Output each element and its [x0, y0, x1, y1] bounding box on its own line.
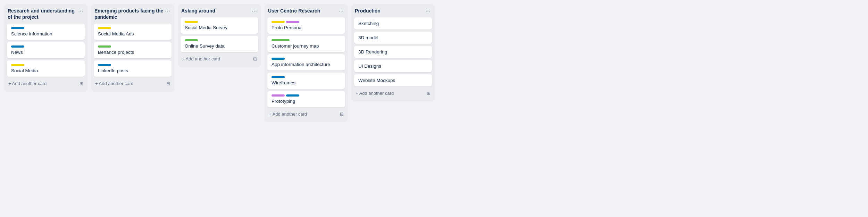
- card-tags-c8: [185, 39, 254, 41]
- column-menu-col4[interactable]: ···: [338, 8, 344, 14]
- card-c17[interactable]: UI Designs: [354, 60, 432, 72]
- card-c3[interactable]: Social Media: [7, 60, 85, 77]
- card-text-c16: 3D Rendering: [358, 49, 428, 55]
- card-c1[interactable]: Science information: [7, 24, 85, 40]
- add-card-btn-col3[interactable]: + Add another card⊞: [181, 54, 258, 64]
- card-text-c8: Online Survey data: [185, 43, 254, 49]
- card-c2[interactable]: News: [7, 42, 85, 58]
- card-text-c9: Proto Persona: [272, 25, 341, 30]
- tag-c12-0: [272, 76, 285, 78]
- card-c16[interactable]: 3D Rendering: [354, 46, 432, 58]
- column-title-col4: User Centric Research: [268, 8, 338, 14]
- card-c6[interactable]: LinkedIn posts: [94, 60, 172, 77]
- column-menu-col5[interactable]: ···: [425, 8, 431, 14]
- card-text-c13: Prototyping: [272, 99, 341, 104]
- tag-c8-0: [185, 39, 198, 41]
- column-col2: Emerging products facing the pandemic···…: [91, 4, 174, 92]
- add-card-left-col3: + Add another card: [182, 56, 220, 61]
- card-text-c11: App information architecture: [272, 62, 341, 67]
- column-menu-col3[interactable]: ···: [251, 8, 258, 14]
- column-header-col3: Asking around···: [181, 8, 258, 14]
- add-card-btn-col1[interactable]: + Add another card⊞: [7, 79, 85, 88]
- add-card-label-col1: + Add another card: [8, 81, 47, 86]
- tag-c6-0: [98, 64, 111, 66]
- card-c15[interactable]: 3D model: [354, 32, 432, 44]
- tag-c2-0: [11, 45, 24, 48]
- column-header-col2: Emerging products facing the pandemic···: [94, 8, 172, 20]
- card-text-c3: Social Media: [11, 68, 81, 73]
- template-icon-col2[interactable]: ⊞: [166, 81, 170, 86]
- card-c13[interactable]: Prototyping: [267, 91, 345, 107]
- tag-c13-0: [272, 94, 285, 97]
- card-tags-c2: [11, 45, 81, 48]
- tag-c9-0: [272, 21, 285, 23]
- card-tags-c12: [272, 76, 341, 78]
- kanban-board: Research and understanding of the projec…: [4, 4, 864, 122]
- card-text-c17: UI Designs: [358, 64, 428, 69]
- card-c12[interactable]: Wireframes: [267, 73, 345, 89]
- card-text-c2: News: [11, 50, 81, 55]
- card-text-c6: LinkedIn posts: [98, 68, 167, 73]
- tag-c3-0: [11, 64, 24, 66]
- card-text-c18: Website Mockups: [358, 78, 428, 83]
- column-header-col4: User Centric Research···: [267, 8, 345, 14]
- add-card-btn-col2[interactable]: + Add another card⊞: [94, 79, 172, 88]
- template-icon-col3[interactable]: ⊞: [253, 56, 257, 61]
- card-text-c1: Science information: [11, 31, 81, 36]
- card-c11[interactable]: App information architecture: [267, 54, 345, 70]
- tag-c7-0: [185, 21, 198, 23]
- tag-c4-0: [98, 27, 111, 29]
- card-c5[interactable]: Behance projects: [94, 42, 172, 58]
- card-c18[interactable]: Website Mockups: [354, 74, 432, 86]
- column-col4: User Centric Research···Proto PersonaCus…: [265, 4, 348, 122]
- add-card-btn-col4[interactable]: + Add another card⊞: [267, 109, 345, 119]
- card-tags-c4: [98, 27, 167, 29]
- add-card-label-col4: + Add another card: [269, 111, 307, 117]
- card-text-c14: Sketching: [358, 21, 428, 26]
- add-card-left-col5: + Add another card: [356, 91, 394, 96]
- card-tags-c13: [272, 94, 341, 97]
- card-tags-c3: [11, 64, 81, 66]
- card-c4[interactable]: Social Media Ads: [94, 24, 172, 40]
- card-tags-c6: [98, 64, 167, 66]
- column-menu-col2[interactable]: ···: [164, 8, 171, 14]
- add-card-label-col2: + Add another card: [95, 81, 133, 86]
- card-c10[interactable]: Customer journey map: [267, 36, 345, 52]
- column-header-col1: Research and understanding of the projec…: [7, 8, 85, 20]
- card-c14[interactable]: Sketching: [354, 17, 432, 30]
- add-card-label-col3: + Add another card: [182, 56, 220, 61]
- card-text-c7: Social Media Survey: [185, 25, 254, 30]
- card-c7[interactable]: Social Media Survey: [181, 17, 258, 34]
- column-menu-col1[interactable]: ···: [77, 8, 84, 14]
- template-icon-col5[interactable]: ⊞: [427, 91, 431, 96]
- column-title-col3: Asking around: [181, 8, 251, 14]
- tag-c5-0: [98, 45, 111, 48]
- card-text-c4: Social Media Ads: [98, 31, 167, 36]
- column-col3: Asking around···Social Media SurveyOnlin…: [178, 4, 261, 67]
- card-text-c5: Behance projects: [98, 50, 167, 55]
- template-icon-col4[interactable]: ⊞: [340, 111, 344, 117]
- card-text-c15: 3D model: [358, 35, 428, 40]
- card-tags-c9: [272, 21, 341, 23]
- card-tags-c1: [11, 27, 81, 29]
- card-tags-c7: [185, 21, 254, 23]
- tag-c1-0: [11, 27, 24, 29]
- add-card-label-col5: + Add another card: [356, 91, 394, 96]
- column-title-col1: Research and understanding of the projec…: [8, 8, 77, 20]
- card-c8[interactable]: Online Survey data: [181, 36, 258, 52]
- add-card-left-col4: + Add another card: [269, 111, 307, 117]
- add-card-left-col1: + Add another card: [8, 81, 47, 86]
- card-c9[interactable]: Proto Persona: [267, 17, 345, 34]
- card-text-c10: Customer journey map: [272, 43, 341, 49]
- add-card-btn-col5[interactable]: + Add another card⊞: [354, 89, 432, 98]
- column-title-col5: Production: [355, 8, 425, 14]
- card-tags-c5: [98, 45, 167, 48]
- tag-c9-1: [286, 21, 299, 23]
- add-card-left-col2: + Add another card: [95, 81, 133, 86]
- tag-c10-0: [272, 39, 290, 41]
- column-title-col2: Emerging products facing the pandemic: [94, 8, 164, 20]
- template-icon-col1[interactable]: ⊞: [80, 81, 83, 86]
- column-header-col5: Production···: [354, 8, 432, 14]
- card-text-c12: Wireframes: [272, 80, 341, 85]
- column-col1: Research and understanding of the projec…: [4, 4, 87, 92]
